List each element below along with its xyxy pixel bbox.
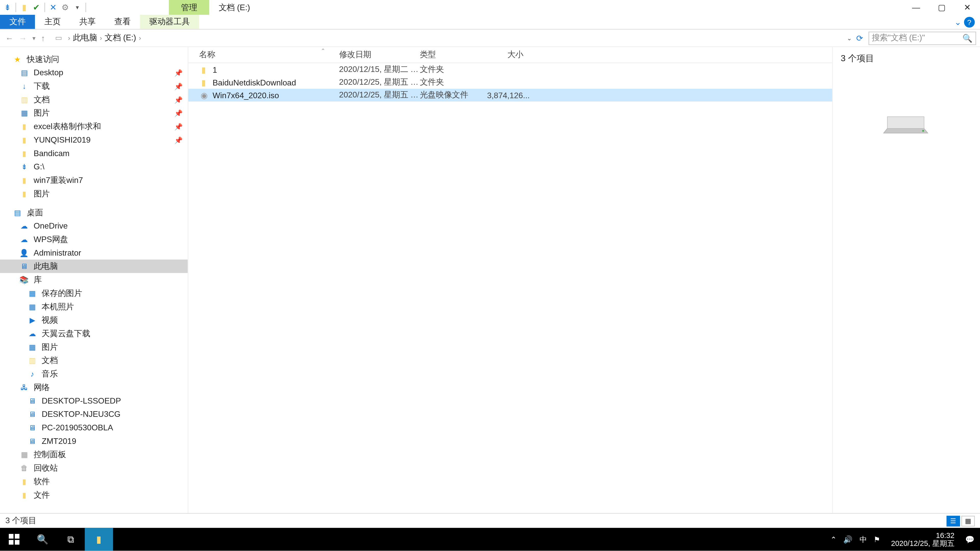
nav-documents[interactable]: ▥文档📌: [0, 93, 188, 106]
picture-icon: ▦: [27, 341, 38, 352]
nav-this-pc[interactable]: 🖥此电脑: [0, 259, 188, 273]
column-date[interactable]: 修改日期: [339, 49, 420, 60]
ribbon-tab-file[interactable]: 文件: [0, 15, 35, 29]
nav-files[interactable]: ▮文件: [0, 488, 188, 502]
taskbar-left: 🔍 ⧉ ▮: [0, 528, 113, 551]
pc-icon: 🖥: [27, 422, 38, 433]
nav-tianyi[interactable]: ☁天翼云盘下载: [0, 327, 188, 340]
nav-control-panel[interactable]: ▦控制面板: [0, 448, 188, 462]
refresh-icon[interactable]: ⟳: [856, 33, 863, 43]
view-details-button[interactable]: ☰: [946, 516, 960, 527]
tray-overflow-icon[interactable]: ⌃: [830, 535, 837, 544]
nav-video[interactable]: ▶视频: [0, 313, 188, 327]
app-icon[interactable]: ⇟: [1, 1, 13, 13]
start-button[interactable]: [0, 528, 28, 551]
nav-music[interactable]: ♪音乐: [0, 367, 188, 381]
ribbon-tabs: 文件 主页 共享 查看 驱动器工具 ⌄ ?: [0, 15, 980, 30]
volume-icon[interactable]: 🔊: [843, 535, 853, 544]
task-view-button[interactable]: ⧉: [56, 528, 85, 551]
file-rows[interactable]: ▮1 2020/12/15, 星期二 1... 文件夹 ▮BaiduNetdis…: [188, 63, 832, 513]
nav-pc-3[interactable]: 🖥PC-20190530OBLA: [0, 421, 188, 434]
ime-indicator[interactable]: 中: [859, 534, 867, 545]
folder-icon: ▮: [19, 148, 30, 159]
chevron-right-icon[interactable]: ›: [139, 34, 141, 41]
forward-button[interactable]: →: [19, 33, 27, 43]
action-center-icon[interactable]: 💬: [965, 535, 975, 544]
nav-pc-4[interactable]: 🖥ZMT2019: [0, 434, 188, 448]
nav-software[interactable]: ▮软件: [0, 475, 188, 488]
up-button[interactable]: ↑: [41, 33, 45, 43]
gear-icon[interactable]: ⚙: [59, 1, 71, 13]
navigation-pane[interactable]: ★快速访问 ▤Desktop📌 ↓下载📌 ▥文档📌 ▦图片📌 ▮excel表格制…: [0, 47, 188, 513]
breadcrumb-drive[interactable]: 文档 (E:): [102, 32, 139, 44]
search-icon[interactable]: 🔍: [963, 33, 973, 43]
nav-desktop[interactable]: ▤Desktop📌: [0, 66, 188, 79]
nav-onedrive[interactable]: ☁OneDrive: [0, 219, 188, 233]
file-row[interactable]: ◉Win7x64_2020.iso 2020/12/25, 星期五 1... 光…: [188, 89, 832, 102]
file-list-area: 名称⌃ 修改日期 类型 大小 ▮1 2020/12/15, 星期二 1... 文…: [188, 47, 832, 513]
minimize-button[interactable]: —: [903, 0, 929, 15]
nav-gdrive[interactable]: ⇟G:\: [0, 160, 188, 173]
nav-wps[interactable]: ☁WPS网盘: [0, 233, 188, 246]
nav-bandicam[interactable]: ▮Bandicam: [0, 147, 188, 160]
close-icon[interactable]: ✕: [47, 1, 59, 13]
ribbon-tab-home[interactable]: 主页: [35, 15, 70, 29]
title-bar: ⇟ ▮ ✔ ✕ ⚙ ▾ 管理 文档 (E:) — ▢ ✕: [0, 0, 980, 15]
nav-pictures[interactable]: ▦图片📌: [0, 106, 188, 120]
expand-ribbon-icon[interactable]: ⌄: [955, 17, 961, 27]
nav-camera-roll[interactable]: ▦本机照片: [0, 300, 188, 313]
chevron-right-icon[interactable]: ›: [68, 34, 70, 41]
nav-pc-2[interactable]: 🖥DESKTOP-NJEU3CG: [0, 407, 188, 421]
column-size[interactable]: 大小: [487, 49, 527, 60]
nav-saved-pictures[interactable]: ▦保存的图片: [0, 286, 188, 300]
qat-dropdown-icon[interactable]: ▾: [71, 1, 83, 13]
search-button[interactable]: 🔍: [28, 528, 57, 551]
nav-downloads[interactable]: ↓下载📌: [0, 79, 188, 93]
nav-admin[interactable]: 👤Administrator: [0, 246, 188, 260]
check-icon[interactable]: ✔: [30, 1, 42, 13]
flag-icon[interactable]: ⚑: [873, 535, 880, 544]
picture-icon: ▦: [27, 301, 38, 312]
ribbon-tab-drive-tools[interactable]: 驱动器工具: [140, 15, 199, 29]
back-button[interactable]: ←: [5, 33, 14, 43]
column-type[interactable]: 类型: [420, 49, 487, 60]
nav-network[interactable]: 🖧网络: [0, 381, 188, 394]
nav-yunqishi[interactable]: ▮YUNQISHI2019📌: [0, 133, 188, 147]
nav-pc-1[interactable]: 🖥DESKTOP-LSSOEDP: [0, 394, 188, 408]
clock[interactable]: 16:32 2020/12/25, 星期五: [887, 531, 959, 548]
address-dropdown-icon[interactable]: ⌄: [847, 35, 852, 41]
history-dropdown-icon[interactable]: ▾: [32, 35, 36, 41]
chevron-right-icon[interactable]: ›: [100, 34, 102, 41]
nav-win7reinstall[interactable]: ▮win7重装win7: [0, 173, 188, 187]
maximize-button[interactable]: ▢: [929, 0, 955, 15]
column-name[interactable]: 名称⌃: [188, 49, 339, 60]
folder-icon[interactable]: ▮: [18, 1, 30, 13]
ribbon-tab-view[interactable]: 查看: [105, 15, 140, 29]
view-switcher: ☰ ▦: [946, 516, 975, 527]
view-large-icons-button[interactable]: ▦: [961, 516, 975, 527]
ribbon-right: ⌄ ?: [955, 15, 980, 29]
pc-icon: 🖥: [27, 409, 38, 420]
file-row[interactable]: ▮1 2020/12/15, 星期二 1... 文件夹: [188, 63, 832, 76]
file-size: 3,874,126...: [487, 91, 527, 100]
nav-pictures-2[interactable]: ▮图片: [0, 187, 188, 200]
nav-documents-2[interactable]: ▥文档: [0, 354, 188, 367]
search-input[interactable]: 搜索"文档 (E:)" 🔍: [868, 32, 976, 45]
nav-desktop-root[interactable]: ▤桌面: [0, 206, 188, 219]
taskbar[interactable]: 🔍 ⧉ ▮ ⌃ 🔊 中 ⚑ 16:32 2020/12/25, 星期五 💬: [0, 528, 980, 551]
breadcrumb-this-pc[interactable]: 此电脑: [70, 32, 100, 44]
address-bar[interactable]: ▭ › 此电脑 › 文档 (E:) ›: [51, 32, 847, 45]
nav-pictures-3[interactable]: ▦图片: [0, 340, 188, 354]
ribbon-tab-share[interactable]: 共享: [70, 15, 105, 29]
nav-quick-access[interactable]: ★快速访问: [0, 52, 188, 66]
nav-recycle[interactable]: 🗑回收站: [0, 461, 188, 475]
pin-icon: 📌: [174, 83, 183, 90]
cloud-icon: ☁: [27, 328, 38, 339]
file-row[interactable]: ▮BaiduNetdiskDownload 2020/12/25, 星期五 1.…: [188, 76, 832, 89]
help-icon[interactable]: ?: [964, 17, 975, 27]
nav-excel[interactable]: ▮excel表格制作求和📌: [0, 120, 188, 133]
explorer-taskbar-button[interactable]: ▮: [85, 528, 113, 551]
close-button[interactable]: ✕: [955, 0, 980, 15]
nav-libraries[interactable]: 📚库: [0, 273, 188, 286]
contextual-tab-manage[interactable]: 管理: [169, 0, 209, 15]
